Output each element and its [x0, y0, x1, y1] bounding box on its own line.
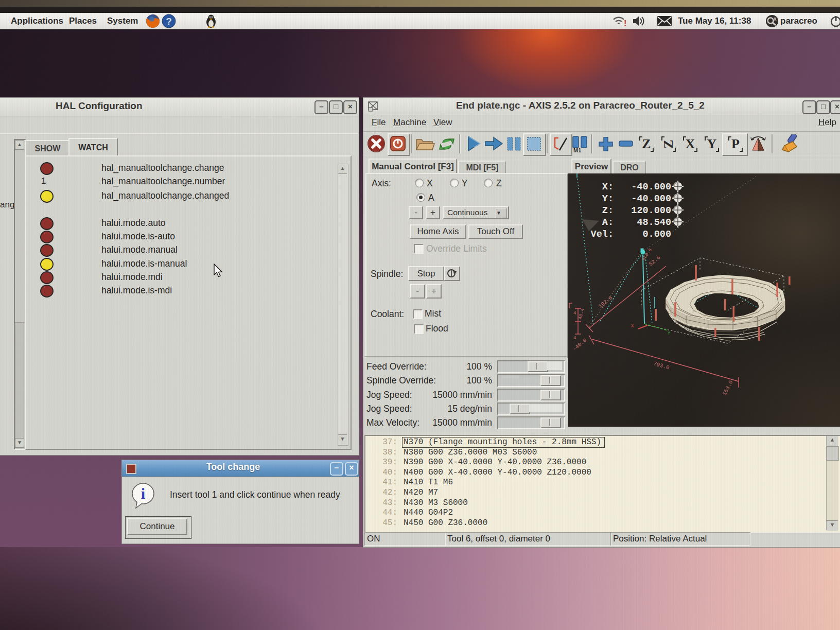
- svg-text:4: 4: [573, 311, 576, 316]
- svg-text:48.540: 48.540: [637, 217, 671, 228]
- svg-text:A:: A:: [602, 217, 614, 228]
- svg-text:X:: X:: [602, 182, 614, 192]
- svg-text:X: X: [631, 324, 634, 329]
- svg-text:-40.000: -40.000: [631, 182, 671, 192]
- svg-text:192.6: 192.6: [597, 294, 614, 309]
- svg-text:x: x: [774, 16, 777, 22]
- svg-text:!: !: [624, 19, 626, 27]
- svg-text:4: 4: [573, 336, 576, 341]
- svg-text:0.000: 0.000: [642, 229, 671, 240]
- svg-text:40.4: 40.4: [577, 308, 585, 320]
- svg-text:Vel:: Vel:: [591, 229, 614, 240]
- svg-text:i: i: [141, 485, 145, 502]
- svg-text:52.6: 52.6: [647, 254, 661, 267]
- svg-text:153.0: 153.0: [721, 379, 734, 396]
- svg-text:?: ?: [166, 16, 172, 27]
- svg-text:120.000: 120.000: [631, 205, 671, 216]
- svg-text:-40.000: -40.000: [631, 194, 671, 204]
- svg-text:Y: Y: [668, 331, 671, 336]
- svg-text:M1: M1: [573, 147, 581, 153]
- svg-text:793.0: 793.0: [653, 360, 670, 371]
- svg-text:Z:: Z:: [602, 205, 614, 216]
- svg-text:Y:: Y:: [602, 194, 614, 204]
